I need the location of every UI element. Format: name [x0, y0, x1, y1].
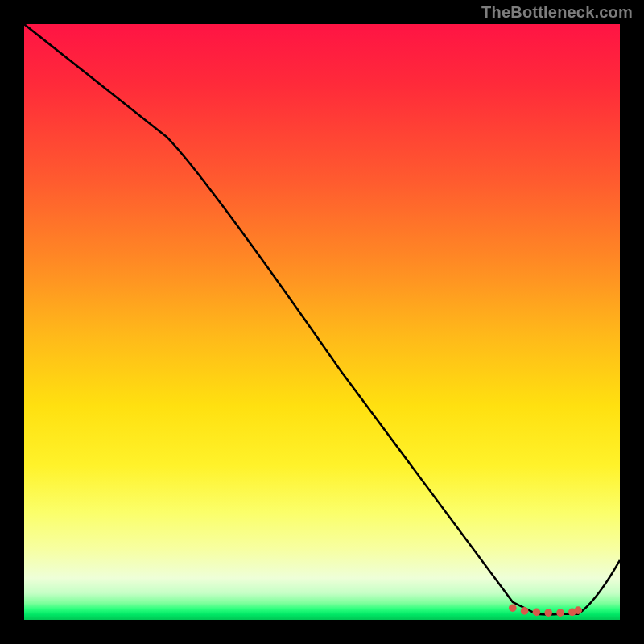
chart-frame: TheBottleneck.com — [0, 0, 644, 644]
plot-area — [24, 24, 620, 620]
minimum-marker — [574, 606, 582, 614]
main-curve — [24, 24, 620, 614]
minimum-marker — [521, 607, 529, 615]
watermark-text: TheBottleneck.com — [481, 3, 633, 22]
minimum-marker — [556, 609, 564, 617]
minimum-marker — [544, 609, 552, 617]
minimum-marker — [533, 609, 541, 617]
minimum-marker — [509, 604, 517, 612]
chart-svg — [24, 24, 620, 620]
